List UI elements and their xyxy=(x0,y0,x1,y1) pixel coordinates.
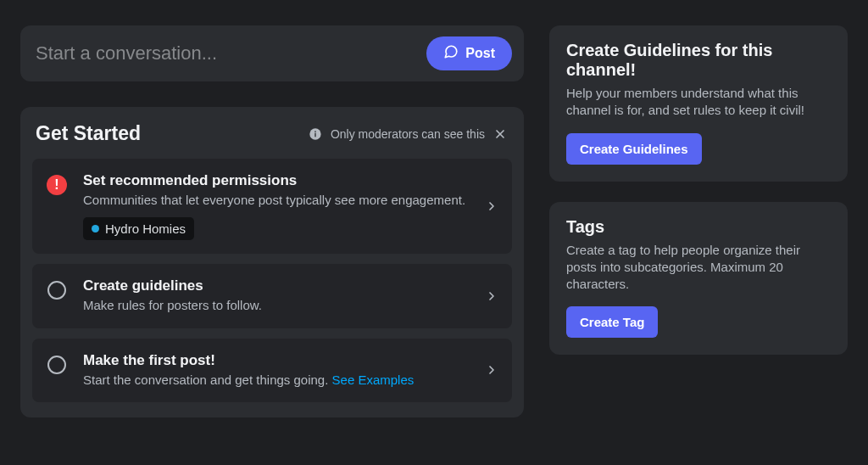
svg-rect-1 xyxy=(314,132,315,137)
info-icon xyxy=(309,127,322,141)
tags-panel-desc: Create a tag to help people organize the… xyxy=(566,242,831,294)
tags-panel-title: Tags xyxy=(566,217,831,237)
chat-bubble-icon xyxy=(443,44,459,63)
svg-point-2 xyxy=(314,131,316,132)
step-title: Make the first post! xyxy=(83,352,500,369)
role-chip[interactable]: Hydro Homies xyxy=(83,217,194,240)
step-make-first-post[interactable]: Make the first post! Start the conversat… xyxy=(32,339,512,402)
get-started-title: Get Started xyxy=(36,122,141,145)
get-started-card: Get Started Only moderators can see this… xyxy=(20,107,524,417)
post-button[interactable]: Post xyxy=(426,36,512,70)
role-chip-label: Hydro Homies xyxy=(105,221,186,236)
moderator-notice: Only moderators can see this xyxy=(331,127,485,141)
tags-panel: Tags Create a tag to help people organiz… xyxy=(549,202,848,356)
create-tag-button[interactable]: Create Tag xyxy=(566,306,658,338)
guidelines-panel-title: Create Guidelines for this channel! xyxy=(566,41,831,80)
step-desc: Start the conversation and get things go… xyxy=(83,372,500,389)
chevron-right-icon xyxy=(485,199,498,213)
step-desc-text: Start the conversation and get things go… xyxy=(83,373,332,387)
step-create-guidelines[interactable]: Create guidelines Make rules for posters… xyxy=(32,264,512,328)
step-list: ! Set recommended permissions Communitie… xyxy=(20,159,524,417)
unchecked-circle-icon xyxy=(47,356,66,374)
guidelines-panel: Create Guidelines for this channel! Help… xyxy=(549,25,848,182)
start-conversation-placeholder: Start a conversation... xyxy=(36,42,217,64)
create-guidelines-button[interactable]: Create Guidelines xyxy=(566,133,702,165)
post-button-label: Post xyxy=(465,46,495,61)
step-title: Set recommended permissions xyxy=(83,172,500,189)
close-icon[interactable] xyxy=(493,127,507,141)
chevron-right-icon xyxy=(485,289,498,303)
unchecked-circle-icon xyxy=(47,281,66,300)
start-conversation-bar[interactable]: Start a conversation... Post xyxy=(20,25,524,81)
role-color-dot xyxy=(92,225,99,232)
warning-icon: ! xyxy=(47,175,67,195)
step-desc: Make rules for posters to follow. xyxy=(83,297,500,314)
step-title: Create guidelines xyxy=(83,277,500,294)
step-set-permissions[interactable]: ! Set recommended permissions Communitie… xyxy=(32,159,512,254)
chevron-right-icon xyxy=(485,363,498,377)
get-started-header: Get Started Only moderators can see this xyxy=(20,107,524,159)
step-desc: Communities that let everyone post typic… xyxy=(83,192,500,209)
guidelines-panel-desc: Help your members understand what this c… xyxy=(566,85,831,120)
see-examples-link[interactable]: See Examples xyxy=(332,373,415,387)
